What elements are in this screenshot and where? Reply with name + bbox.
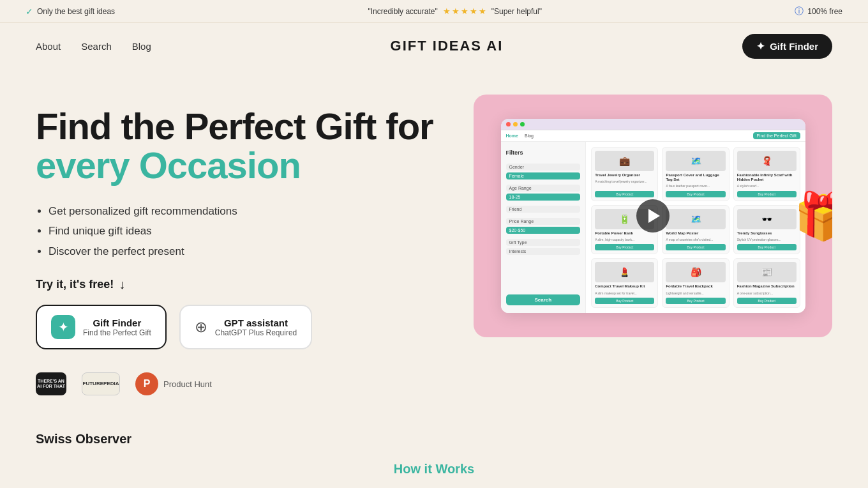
ss-nav-cta: Find the Perfect Gift xyxy=(753,132,800,139)
filter-relation: Friend xyxy=(506,206,581,213)
expand-dot xyxy=(520,122,525,126)
nav-links: About Search Blog xyxy=(36,41,151,52)
card-7-desc: A slim makeup set for travel... xyxy=(595,291,654,296)
filter-female: Female xyxy=(506,172,581,179)
play-button[interactable] xyxy=(636,199,670,233)
product-card-7: 💄 Compact Travel Makeup Kit A slim makeu… xyxy=(591,258,658,308)
filter-interests: Interests xyxy=(506,248,581,255)
badge-futurepedia: FUTUREPEDIA xyxy=(82,372,120,395)
gpt-icon: ⊕ xyxy=(195,318,207,336)
product-hunt-label: Product Hunt xyxy=(163,379,212,389)
filter-age-value: 18-25 xyxy=(506,194,581,201)
card-2-image: 🗺️ xyxy=(666,151,725,171)
gift-finder-button[interactable]: ✦ Gift Finder Find the Perfect Gift xyxy=(36,305,167,349)
top-bar-left: ✓ Only the best gift ideas xyxy=(26,6,115,17)
how-it-works-label: How it Works xyxy=(0,446,868,477)
product-card-1: 💼 Travel Jewelry Organizer A matching tr… xyxy=(591,147,658,201)
hero-buttons: ✦ Gift Finder Find the Perfect Gift ⊕ GP… xyxy=(36,305,474,349)
filter-gift-type: Gift Type xyxy=(506,239,581,246)
card-5-image: 🗺️ xyxy=(666,209,725,229)
free-icon: ⓘ xyxy=(795,6,804,17)
center-rating: "Super helpful" xyxy=(491,7,542,16)
gift-finder-icon: ✦ xyxy=(51,315,75,339)
card-3-title: Fashionable Infinity Scarf with Hidden P… xyxy=(737,173,797,182)
card-2-title: Passport Cover and Luggage Tag Set xyxy=(666,173,725,182)
nav-blog[interactable]: Blog xyxy=(132,41,151,52)
card-9-desc: A one-year subscription... xyxy=(737,291,797,296)
card-6-buy-button[interactable]: Buy Product xyxy=(737,244,797,250)
minimize-dot xyxy=(513,122,518,126)
hero-title-line2: every Occasion xyxy=(36,146,474,185)
navbar: About Search Blog GIFT IDEAS AI ✦ Gift F… xyxy=(0,23,868,69)
site-logo: GIFT IDEAS AI xyxy=(391,38,504,54)
card-7-image: 💄 xyxy=(595,262,654,282)
futurepedia-icon: FUTUREPEDIA xyxy=(82,372,120,395)
card-2-desc: A faux leather passport cover... xyxy=(666,184,725,188)
sidebar-search-button[interactable]: Search xyxy=(506,294,581,305)
gpt-assistant-button[interactable]: ⊕ GPT assistant ChatGPT Plus Required xyxy=(179,305,313,349)
bullet-1: Get personalized gift recommendations xyxy=(49,203,474,220)
filter-price: Price Range $20-$50 xyxy=(506,218,581,234)
card-4-desc: A slim, high-capacity bank... xyxy=(595,238,654,242)
card-3-desc: A stylish scarf... xyxy=(737,184,797,188)
card-8-image: 🎒 xyxy=(666,262,725,282)
card-1-title: Travel Jewelry Organizer xyxy=(595,173,654,178)
card-7-buy-button[interactable]: Buy Product xyxy=(595,298,654,304)
window-top-bar xyxy=(501,119,805,130)
filter-price-label: Price Range xyxy=(506,218,581,225)
card-1-desc: A matching travel jewelry organizer... xyxy=(595,179,654,184)
close-dot xyxy=(506,122,511,126)
nav-about[interactable]: About xyxy=(36,41,61,52)
card-4-buy-button[interactable]: Buy Product xyxy=(595,244,654,250)
card-9-title: Fashion Magazine Subscription xyxy=(737,284,797,289)
gift-decoration: 🎁 xyxy=(794,189,832,243)
card-6-title: Trendy Sunglasses xyxy=(737,231,797,236)
hero-section: Find the Perfect Gift for every Occasion… xyxy=(0,69,868,427)
card-7-title: Compact Travel Makeup Kit xyxy=(595,284,654,289)
top-bar-center: "Incredibly accurate" ★ ★ ★ ★ ★ "Super h… xyxy=(368,6,542,16)
navbar-gift-finder-button[interactable]: ✦ Gift Finder xyxy=(742,34,832,59)
badge-ai-for-that: THERE'S AN AI FOR THAT xyxy=(36,372,66,395)
card-8-buy-button[interactable]: Buy Product xyxy=(666,298,725,304)
gpt-btn-text: GPT assistant ChatGPT Plus Required xyxy=(215,317,297,337)
filter-age: Age Range 18-25 xyxy=(506,185,581,201)
card-3-buy-button[interactable]: Buy Product xyxy=(737,191,797,197)
gift-finder-btn-main: Gift Finder xyxy=(83,317,151,328)
filter-type: Gift Type Interests xyxy=(506,239,581,255)
star-rating: ★ ★ ★ ★ ★ xyxy=(443,6,486,16)
card-5-title: World Map Poster xyxy=(666,231,725,236)
center-quote: "Incredibly accurate" xyxy=(368,7,437,16)
card-9-buy-button[interactable]: Buy Product xyxy=(737,298,797,304)
card-4-title: Portable Power Bank xyxy=(595,231,654,236)
filter-gender-label: Gender xyxy=(506,164,581,171)
product-card-3: 🧣 Fashionable Infinity Scarf with Hidden… xyxy=(733,147,800,201)
screenshot-nav: Home Blog Find the Perfect Gift xyxy=(501,130,805,142)
card-6-image: 🕶️ xyxy=(737,209,797,229)
gift-finder-btn-text: Gift Finder Find the Perfect Gift xyxy=(83,317,151,337)
filter-friend: Friend xyxy=(506,206,581,213)
badges-row: THERE'S AN AI FOR THAT FUTUREPEDIA P Pro… xyxy=(36,372,474,395)
top-bar-right: ⓘ 100% free xyxy=(795,6,842,17)
hero-left: Find the Perfect Gift for every Occasion… xyxy=(36,95,474,395)
product-card-9: 📰 Fashion Magazine Subscription A one-ye… xyxy=(733,258,800,308)
ss-nav-blog: Blog xyxy=(525,133,534,138)
gpt-btn-main: GPT assistant xyxy=(215,317,297,328)
bullet-2: Find unique gift ideas xyxy=(49,223,474,240)
filter-age-label: Age Range xyxy=(506,185,581,192)
cta-label: Try it, it's free! xyxy=(36,278,114,291)
card-8-desc: Lightweight and versatile... xyxy=(666,291,725,296)
card-5-desc: A map of countries she's visited... xyxy=(666,238,725,242)
card-1-image: 💼 xyxy=(595,151,654,171)
card-1-buy-button[interactable]: Buy Product xyxy=(595,191,654,197)
hero-bullets: Get personalized gift recommendations Fi… xyxy=(36,203,474,260)
card-3-image: 🧣 xyxy=(737,151,797,171)
product-card-6: 🕶️ Trendy Sunglasses Stylish UV-protecti… xyxy=(733,205,800,255)
nav-search[interactable]: Search xyxy=(81,41,112,52)
card-2-buy-button[interactable]: Buy Product xyxy=(666,191,725,197)
product-card-5: 🗺️ World Map Poster A map of countries s… xyxy=(662,205,729,255)
card-5-buy-button[interactable]: Buy Product xyxy=(666,244,725,250)
sparkle-icon: ✦ xyxy=(756,40,765,52)
badge-product-hunt: P Product Hunt xyxy=(135,372,212,395)
navbar-gift-finder-label: Gift Finder xyxy=(770,41,818,52)
ai-for-that-icon: THERE'S AN AI FOR THAT xyxy=(36,372,66,395)
